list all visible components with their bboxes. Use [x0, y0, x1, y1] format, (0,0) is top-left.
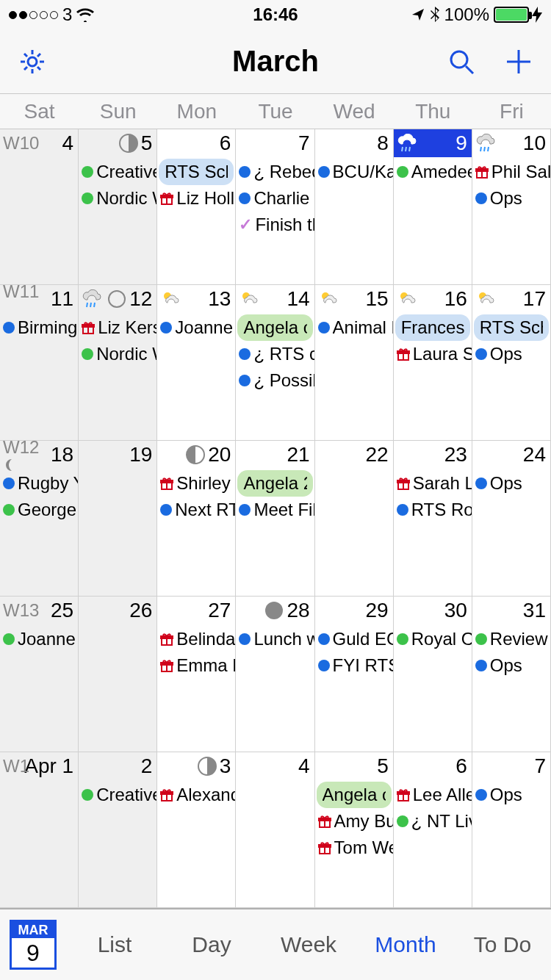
- event-item[interactable]: Liz Hollid: [157, 185, 235, 212]
- event-label: Ops: [490, 782, 522, 808]
- event-item[interactable]: Belinda L: [157, 626, 235, 652]
- event-item[interactable]: Creative: [79, 159, 156, 185]
- event-item[interactable]: George S: [0, 497, 78, 523]
- day-cell[interactable]: 28Lunch w: [236, 597, 314, 752]
- settings-button[interactable]: [15, 44, 50, 79]
- event-item[interactable]: Alexandr: [157, 782, 235, 808]
- event-item[interactable]: Angela ov: [317, 782, 392, 808]
- event-item[interactable]: Shirley R: [157, 470, 235, 497]
- day-cell[interactable]: 17RTS SchooOps: [472, 285, 551, 440]
- event-item[interactable]: ¿ RTS co: [236, 341, 314, 367]
- day-cell[interactable]: 20Shirley RNext RTS: [157, 441, 236, 596]
- event-item[interactable]: Phil Salce: [472, 159, 550, 185]
- day-cell[interactable]: W1325Joanne a: [0, 597, 79, 752]
- event-item[interactable]: Joanne a: [0, 626, 78, 652]
- event-item[interactable]: Rugby Yo: [0, 470, 78, 497]
- event-dot-icon: [318, 322, 330, 334]
- tab-month[interactable]: Month: [357, 909, 454, 980]
- event-item[interactable]: Nordic W: [79, 185, 156, 212]
- event-item[interactable]: Meet File: [236, 497, 314, 523]
- event-item[interactable]: Ops: [472, 782, 550, 808]
- event-dot-icon: [239, 504, 251, 516]
- event-item[interactable]: RTS Roa: [394, 497, 472, 523]
- event-dot-icon: [475, 478, 487, 489]
- tab-list[interactable]: List: [66, 909, 163, 980]
- tab-week[interactable]: Week: [260, 909, 357, 980]
- tab-day[interactable]: Day: [163, 909, 260, 980]
- event-item[interactable]: RTS Schoo: [474, 314, 549, 341]
- day-cell[interactable]: 24Ops: [472, 441, 551, 596]
- day-cell[interactable]: 22: [315, 441, 394, 596]
- event-item[interactable]: ✓Finish th: [236, 212, 314, 238]
- event-item[interactable]: Guld EC: [315, 626, 393, 652]
- event-item[interactable]: Animal L: [315, 314, 393, 341]
- event-item[interactable]: Amedee: [394, 159, 472, 185]
- day-cell[interactable]: 13Joanne F: [157, 285, 236, 440]
- day-cell[interactable]: 6Lee Aller¿ NT Live: [394, 752, 472, 907]
- day-cell[interactable]: 12Liz KershNordic W: [79, 285, 157, 440]
- day-cell[interactable]: 3Alexandr: [157, 752, 236, 907]
- day-cell[interactable]: 2Creative: [79, 752, 157, 907]
- event-item[interactable]: Tom Wer: [315, 835, 393, 861]
- today-button[interactable]: MAR 9: [0, 909, 66, 980]
- event-item[interactable]: Amy Bus: [315, 808, 393, 835]
- event-item[interactable]: Birmingh: [0, 314, 78, 341]
- day-cell[interactable]: 5CreativeNordic W: [79, 129, 157, 284]
- day-cell[interactable]: W1218Rugby YoGeorge S: [0, 441, 79, 596]
- event-label: Royal Op: [411, 626, 472, 652]
- day-cell[interactable]: 7Ops: [472, 752, 551, 907]
- day-cell[interactable]: 9Amedee: [394, 129, 472, 284]
- day-cell[interactable]: 5Angela ovAmy BusTom Wer: [315, 752, 394, 907]
- day-cell[interactable]: 8BCU/Kat: [315, 129, 394, 284]
- event-item[interactable]: Angela 2: [237, 470, 312, 497]
- event-item[interactable]: Emma M: [157, 652, 235, 679]
- event-item[interactable]: Frances D: [395, 314, 470, 341]
- event-item[interactable]: Ops: [472, 470, 550, 497]
- event-item[interactable]: ¿ NT Live: [394, 808, 472, 835]
- day-cell[interactable]: 21Angela 2Meet File: [236, 441, 314, 596]
- event-item[interactable]: BCU/Kat: [315, 159, 393, 185]
- event-item[interactable]: Ops: [472, 652, 550, 679]
- tab-to-do[interactable]: To Do: [454, 909, 551, 980]
- day-cell[interactable]: 4: [236, 752, 314, 907]
- day-cell[interactable]: 16Frances DLaura Sp: [394, 285, 472, 440]
- day-cell[interactable]: 10Phil SalceOps: [472, 129, 551, 284]
- event-item[interactable]: Next RTS: [157, 497, 235, 523]
- day-cell[interactable]: 30Royal Op: [394, 597, 472, 752]
- search-button[interactable]: [444, 44, 479, 79]
- event-item[interactable]: Charlie J: [236, 185, 314, 212]
- day-cell[interactable]: 15Animal L: [315, 285, 394, 440]
- day-cell[interactable]: 26: [79, 597, 157, 752]
- day-cell[interactable]: W1111Birmingh: [0, 285, 79, 440]
- event-item[interactable]: RTS Scho: [159, 159, 234, 185]
- event-item[interactable]: Lee Aller: [394, 782, 472, 808]
- event-item[interactable]: FYI RTS: [315, 652, 393, 679]
- event-item[interactable]: Sarah Le: [394, 470, 472, 497]
- event-item[interactable]: Royal Op: [394, 626, 472, 652]
- event-item[interactable]: Review of: [472, 626, 550, 652]
- day-cell[interactable]: W104: [0, 129, 79, 284]
- event-item[interactable]: Lunch w: [236, 626, 314, 652]
- day-cell[interactable]: 29Guld ECFYI RTS: [315, 597, 394, 752]
- event-item[interactable]: Angela ov: [237, 314, 312, 341]
- event-item[interactable]: Ops: [472, 185, 550, 212]
- add-button[interactable]: [501, 44, 536, 79]
- event-item[interactable]: Laura Sp: [394, 341, 472, 367]
- gear-icon: [18, 47, 47, 76]
- day-cell[interactable]: 6RTS SchoLiz Hollid: [157, 129, 236, 284]
- event-item[interactable]: Nordic W: [79, 341, 156, 367]
- day-cell[interactable]: W1Apr 1: [0, 752, 79, 907]
- day-cell[interactable]: 19: [79, 441, 157, 596]
- event-item[interactable]: ¿ Possibl: [236, 367, 314, 394]
- day-cell[interactable]: 31Review ofOps: [472, 597, 551, 752]
- day-cell[interactable]: 27Belinda LEmma M: [157, 597, 236, 752]
- event-item[interactable]: Liz Kersh: [79, 314, 156, 341]
- event-item[interactable]: ¿ Rebecc: [236, 159, 314, 185]
- event-item[interactable]: Ops: [472, 341, 550, 367]
- event-item[interactable]: Joanne F: [157, 314, 235, 341]
- plus-icon: [504, 47, 533, 76]
- day-cell[interactable]: 23Sarah LeRTS Roa: [394, 441, 472, 596]
- day-cell[interactable]: 7¿ RebeccCharlie J✓Finish th: [236, 129, 314, 284]
- event-item[interactable]: Creative: [79, 782, 156, 808]
- day-cell[interactable]: 14Angela ov¿ RTS co¿ Possibl: [236, 285, 314, 440]
